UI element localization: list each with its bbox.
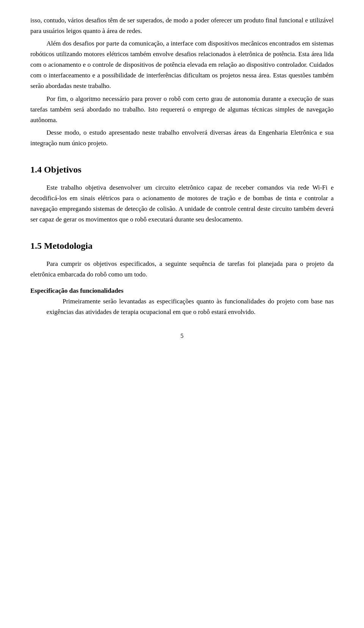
section-15-heading: 1.5 Metodologia [30,240,334,252]
section-15-title: Metodologia [44,241,93,251]
document-page: isso, contudo, vários desafios têm de se… [0,0,364,628]
paragraph-4: Desse modo, o estudo apresentado neste t… [30,127,334,149]
section-14-number: 1.4 [30,165,42,174]
section-15-paragraph-1: Para cumprir os objetivos especificados,… [30,259,334,280]
section-15-number: 1.5 [30,241,42,251]
paragraph-2: Além dos desafios por parte da comunicaç… [30,38,334,91]
paragraph-1: isso, contudo, vários desafios têm de se… [30,15,334,36]
section-14-heading: 1.4 Objetivos [30,164,334,176]
section-14-title: Objetivos [44,165,82,174]
page-number: 5 [30,333,334,339]
subsection-spec-func-text: Primeiramente serão levantadas as especi… [47,296,334,317]
section-14-paragraph-1: Este trabalho objetiva desenvolver um ci… [30,182,334,225]
paragraph-3: Por fim, o algoritmo necessário para pro… [30,94,334,126]
subsection-spec-func-label: Especificação das funcionalidades [30,287,334,295]
